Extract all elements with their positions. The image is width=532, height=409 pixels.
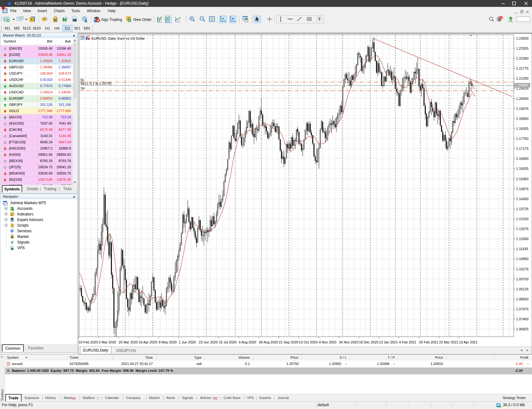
svg-text:1: 1 (500, 17, 502, 20)
svg-text:1.18325: 1.18325 (516, 127, 529, 131)
svg-text:1.07400: 1.07400 (516, 317, 529, 321)
svg-text:1.14300: 1.14300 (516, 197, 529, 201)
svg-text:1.15450: 1.15450 (516, 177, 529, 181)
svg-text:1.08550: 1.08550 (516, 297, 529, 301)
svg-text:1.23500: 1.23500 (516, 37, 529, 40)
svg-text:1.06825: 1.06825 (516, 327, 529, 331)
svg-text:1.13725: 1.13725 (516, 207, 529, 211)
svg-text:4 Nov 2020: 4 Nov 2020 (319, 340, 336, 344)
svg-text:1.21775: 1.21775 (516, 67, 529, 70)
svg-text:1.16600: 1.16600 (516, 157, 529, 160)
svg-text:10 Feb 2020: 10 Feb 2020 (79, 340, 98, 344)
svg-text:$: $ (31, 17, 33, 21)
svg-text:1.22925: 1.22925 (516, 47, 529, 50)
svg-text:13 Apr 2021: 13 Apr 2021 (459, 340, 478, 344)
svg-text:6 Aug 2020: 6 Aug 2020 (239, 340, 256, 344)
svg-text:1.12575: 1.12575 (516, 227, 529, 231)
svg-text:1.10850: 1.10850 (516, 257, 529, 261)
svg-text:28 Aug 2020: 28 Aug 2020 (259, 340, 278, 344)
svg-text:1.22350: 1.22350 (516, 57, 529, 60)
svg-text:13 Jan 2021: 13 Jan 2021 (379, 340, 398, 344)
svg-text:15 Jul 2020: 15 Jul 2020 (219, 340, 237, 344)
svg-text:8 May 2020: 8 May 2020 (159, 340, 177, 344)
svg-text:1.19475: 1.19475 (516, 107, 529, 111)
svg-text:1.12000: 1.12000 (516, 237, 529, 241)
svg-text:1.20808: 1.20808 (515, 83, 528, 87)
svg-text:16 Apr 2020: 16 Apr 2020 (139, 340, 157, 344)
svg-text:1.21200: 1.21200 (516, 76, 529, 80)
svg-text:4 Feb 2021: 4 Feb 2021 (399, 340, 416, 344)
svg-text:22 Mar 2021: 22 Mar 2021 (439, 340, 458, 344)
svg-text:25 Mar 2020: 25 Mar 2020 (119, 340, 138, 344)
svg-text:5: 5 (44, 17, 45, 20)
svg-text:26 Nov 2020: 26 Nov 2020 (339, 340, 358, 344)
svg-text:18 Dec 2020: 18 Dec 2020 (359, 340, 378, 344)
svg-text:1.09125: 1.09125 (516, 287, 529, 291)
svg-text:1.17750: 1.17750 (516, 137, 529, 140)
svg-text:1.17175: 1.17175 (516, 147, 529, 150)
svg-text:SELL 0.1 at 1.20792: SELL 0.1 at 1.20792 (80, 81, 112, 85)
svg-text:1.07975: 1.07975 (516, 307, 529, 311)
svg-text:23 Jun 2020: 23 Jun 2020 (199, 340, 218, 344)
svg-text:1.10275: 1.10275 (516, 267, 529, 271)
svg-text:21 Sep 2020: 21 Sep 2020 (279, 340, 298, 344)
svg-text:13 Oct 2020: 13 Oct 2020 (299, 340, 318, 344)
svg-text:1.18900: 1.18900 (516, 117, 529, 121)
svg-text:1.09700: 1.09700 (516, 277, 529, 281)
svg-text:1.13150: 1.13150 (516, 217, 529, 221)
svg-text:T: T (318, 17, 321, 21)
svg-text:26 Feb 2021: 26 Feb 2021 (419, 340, 438, 344)
svg-text:1 Jun 2020: 1 Jun 2020 (179, 340, 196, 344)
svg-text:1.11425: 1.11425 (516, 247, 528, 251)
svg-text:1.20050: 1.20050 (516, 97, 529, 101)
svg-text:3 Mar 2020: 3 Mar 2020 (99, 340, 116, 344)
svg-text:1.14875: 1.14875 (516, 187, 529, 191)
svg-text:TP: TP (80, 87, 85, 91)
svg-text:LVL: LVL (509, 20, 513, 22)
svg-text:1.16025: 1.16025 (516, 167, 529, 170)
